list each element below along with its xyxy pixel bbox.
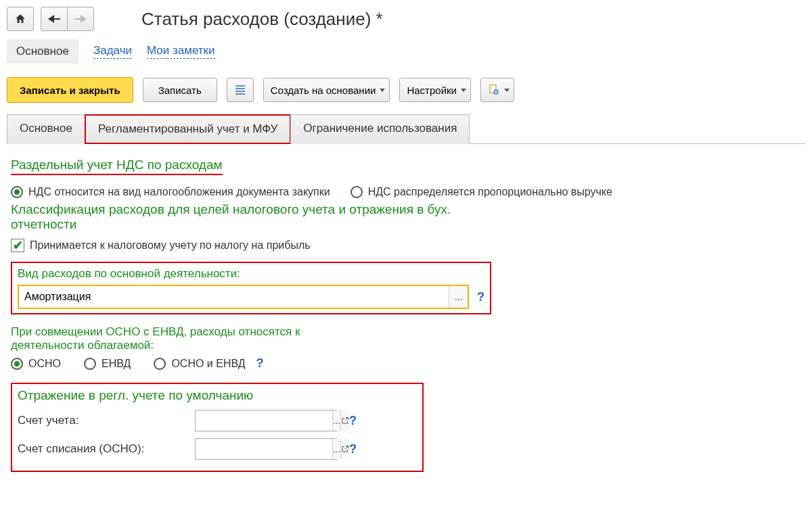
- radio-icon: [11, 186, 23, 198]
- save-button[interactable]: Записать: [143, 78, 217, 102]
- create-based-label: Создать на основании: [271, 85, 376, 96]
- vat-option-1[interactable]: НДС относится на вид налогообложения док…: [11, 186, 330, 198]
- radio-icon: [84, 358, 96, 370]
- nav-notes[interactable]: Мои заметки: [147, 44, 215, 59]
- back-button[interactable]: [41, 7, 68, 31]
- account1-input[interactable]: [196, 410, 332, 431]
- radio-icon: [11, 358, 23, 370]
- account1-picker[interactable]: ...: [332, 410, 340, 431]
- radio-icon: [351, 186, 363, 198]
- vat-section-title: Раздельный учет НДС по расходам: [11, 158, 223, 175]
- account2-help[interactable]: ?: [349, 442, 357, 456]
- save-close-button[interactable]: Записать и закрыть: [7, 77, 133, 103]
- account1-label: Счет учета:: [18, 414, 187, 427]
- account1-open[interactable]: [340, 410, 349, 431]
- tab-restrict[interactable]: Ограничение использования: [290, 114, 470, 144]
- account2-input[interactable]: [196, 439, 332, 459]
- open-icon: [341, 417, 349, 425]
- osno-label: При совмещении ОСНО с ЕНВД, расходы отно…: [11, 325, 363, 352]
- osno-opt-2-label: ЕНВД: [102, 358, 131, 370]
- osno-opt-1-label: ОСНО: [28, 358, 61, 370]
- vat-option-1-label: НДС относится на вид налогообложения док…: [28, 186, 330, 198]
- svg-point-2: [495, 91, 497, 93]
- check-icon: ✔: [11, 239, 24, 252]
- expense-type-input[interactable]: [19, 286, 449, 308]
- tab-reg[interactable]: Регламентированный учет и МФУ: [85, 114, 291, 144]
- accounts-title: Отражение в регл. учете по умолчанию: [18, 388, 417, 403]
- caret-icon: [461, 89, 466, 92]
- account1-help[interactable]: ?: [349, 414, 357, 428]
- list-button[interactable]: [227, 78, 254, 102]
- forward-button[interactable]: [67, 7, 94, 31]
- account2-open[interactable]: [340, 439, 349, 459]
- tab-main[interactable]: Основное: [7, 114, 85, 144]
- osno-opt-1[interactable]: ОСНО: [11, 358, 61, 370]
- classification-title: Классификация расходов для целей налогов…: [11, 202, 457, 232]
- nav-main[interactable]: Основное: [7, 39, 78, 64]
- radio-icon: [154, 358, 166, 370]
- account2-label: Счет списания (ОСНО):: [18, 442, 187, 456]
- osno-opt-3[interactable]: ОСНО и ЕНВД: [154, 358, 245, 370]
- expense-type-help[interactable]: ?: [477, 290, 484, 304]
- vat-option-2-label: НДС распределяется пропорционально выруч…: [368, 186, 612, 198]
- vat-option-2[interactable]: НДС распределяется пропорционально выруч…: [351, 186, 612, 198]
- document-gear-icon: [488, 84, 500, 96]
- settings-label: Настройки: [407, 85, 457, 96]
- caret-icon: [504, 89, 510, 92]
- expense-type-picker[interactable]: ...: [449, 286, 468, 308]
- home-button[interactable]: [7, 7, 34, 31]
- page-title: Статья расходов (создание) *: [141, 9, 383, 30]
- settings-button[interactable]: Настройки: [399, 78, 471, 102]
- tax-accepted-checkbox[interactable]: ✔ Принимается к налоговому учету по нало…: [11, 239, 311, 252]
- account2-picker[interactable]: ...: [332, 439, 340, 459]
- open-icon: [341, 445, 349, 453]
- caret-icon: [380, 89, 385, 92]
- osno-opt-3-label: ОСНО и ЕНВД: [171, 358, 245, 370]
- create-based-button[interactable]: Создать на основании: [263, 78, 390, 102]
- expense-type-label: Вид расходов по основной деятельности:: [18, 267, 484, 281]
- osno-opt-2[interactable]: ЕНВД: [84, 358, 131, 370]
- list-icon: [235, 85, 245, 95]
- tax-accepted-label: Принимается к налоговому учету по налогу…: [30, 239, 311, 252]
- document-action-button[interactable]: [480, 78, 514, 102]
- osno-help[interactable]: ?: [256, 356, 264, 371]
- nav-tasks[interactable]: Задачи: [93, 44, 132, 59]
